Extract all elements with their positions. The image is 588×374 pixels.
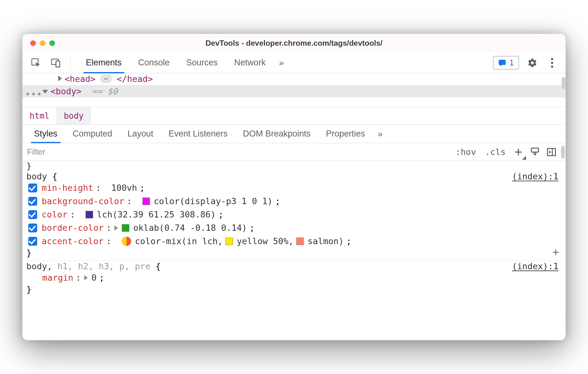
subtab-dom-breakpoints[interactable]: DOM Breakpoints bbox=[235, 125, 318, 143]
color-swatch-icon[interactable] bbox=[122, 224, 129, 232]
rule-brace-close: } bbox=[26, 161, 565, 171]
subtab-event-listeners[interactable]: Event Listeners bbox=[161, 125, 235, 143]
svg-rect-4 bbox=[499, 60, 506, 65]
close-window-button[interactable] bbox=[30, 40, 36, 46]
color-swatch-icon[interactable] bbox=[296, 237, 304, 245]
main-toolbar: Elements Console Sources Network » 1 bbox=[23, 52, 565, 73]
declaration-min-height[interactable]: min-height: 100vh; bbox=[26, 181, 565, 195]
dom-row-actions-icon[interactable]: ••• bbox=[25, 89, 43, 99]
cls-toggle-button[interactable]: .cls bbox=[481, 147, 510, 157]
dom-scrollbar[interactable] bbox=[562, 77, 565, 89]
tab-console[interactable]: Console bbox=[130, 52, 178, 73]
subtab-computed[interactable]: Computed bbox=[65, 125, 120, 143]
styles-panel-tabs: Styles Computed Layout Event Listeners D… bbox=[23, 125, 565, 143]
declaration-toggle-checkbox[interactable] bbox=[28, 184, 37, 192]
issues-counter-button[interactable]: 1 bbox=[493, 56, 519, 70]
color-mix-swatch-icon[interactable] bbox=[122, 237, 131, 246]
declaration-background-color[interactable]: background-color: color(display-p3 1 0 1… bbox=[26, 195, 565, 208]
declaration-toggle-checkbox[interactable] bbox=[28, 197, 37, 206]
declaration-toggle-checkbox[interactable] bbox=[28, 224, 37, 232]
subtab-properties[interactable]: Properties bbox=[318, 125, 373, 143]
minimize-window-button[interactable] bbox=[40, 40, 45, 46]
more-subtabs-button[interactable]: » bbox=[373, 125, 388, 143]
dom-breadcrumb: html body bbox=[23, 107, 565, 125]
dom-tree[interactable]: <head> ⋯ </head> ••• <body> == $0 bbox=[23, 73, 565, 107]
svg-rect-11 bbox=[548, 148, 556, 156]
paint-brush-icon[interactable] bbox=[528, 145, 542, 159]
style-rule-body: body { (index):1 min-height: 100vh; back… bbox=[26, 171, 565, 261]
panel-tabs: Elements Console Sources Network » bbox=[78, 52, 289, 73]
issues-count: 1 bbox=[509, 58, 514, 68]
declaration-accent-color[interactable]: accent-color: color-mix(in lch, yellow 5… bbox=[26, 235, 565, 248]
expand-shorthand-icon[interactable] bbox=[114, 225, 118, 230]
device-toolbar-icon[interactable] bbox=[49, 57, 62, 69]
rule-selector[interactable]: body { bbox=[26, 171, 58, 181]
expand-shorthand-icon[interactable] bbox=[84, 275, 88, 280]
rule-brace-close: } bbox=[26, 284, 565, 294]
more-tabs-button[interactable]: » bbox=[274, 52, 289, 73]
rule-source-link[interactable]: (index):1 bbox=[512, 171, 558, 181]
inspect-element-icon[interactable] bbox=[30, 57, 42, 69]
breadcrumb-html[interactable]: html bbox=[23, 107, 57, 124]
tab-network[interactable]: Network bbox=[226, 52, 274, 73]
tab-sources[interactable]: Sources bbox=[178, 52, 226, 73]
computed-sidebar-toggle-icon[interactable] bbox=[544, 145, 558, 159]
svg-rect-10 bbox=[531, 148, 539, 152]
devtools-window: DevTools - developer.chrome.com/tags/dev… bbox=[22, 34, 566, 340]
svg-point-6 bbox=[551, 62, 553, 64]
rule-brace-close: } bbox=[26, 248, 565, 258]
styles-filter-row: :hov .cls bbox=[23, 143, 565, 161]
hov-toggle-button[interactable]: :hov bbox=[451, 147, 481, 157]
color-swatch-icon[interactable] bbox=[85, 211, 93, 218]
zoom-window-button[interactable] bbox=[49, 40, 55, 46]
declaration-border-color[interactable]: border-color: oklab(0.74 -0.18 0.14); bbox=[26, 221, 565, 235]
window-title: DevTools - developer.chrome.com/tags/dev… bbox=[23, 39, 565, 48]
dom-node-body-selected[interactable]: <body> == $0 bbox=[23, 85, 565, 97]
rule-source-link[interactable]: (index):1 bbox=[512, 261, 558, 271]
svg-point-7 bbox=[551, 65, 553, 68]
color-swatch-icon[interactable] bbox=[142, 197, 150, 205]
window-titlebar: DevTools - developer.chrome.com/tags/dev… bbox=[23, 34, 565, 52]
settings-gear-icon[interactable] bbox=[526, 57, 539, 69]
insert-style-rule-button[interactable]: + bbox=[552, 246, 559, 259]
toolbar-divider bbox=[70, 56, 71, 70]
styles-scrollbar[interactable] bbox=[561, 146, 565, 158]
subtab-layout[interactable]: Layout bbox=[120, 125, 161, 143]
declaration-color[interactable]: color: lch(32.39 61.25 308.86); bbox=[26, 208, 565, 221]
styles-pane[interactable]: } body { (index):1 min-height: 100vh; ba… bbox=[23, 161, 565, 340]
svg-rect-2 bbox=[56, 61, 60, 67]
styles-filter-input[interactable] bbox=[23, 143, 451, 161]
breadcrumb-body[interactable]: body bbox=[57, 107, 91, 124]
svg-marker-13 bbox=[549, 150, 551, 154]
style-rule-body-group: body, h1, h2, h3, p, pre { (index):1 mar… bbox=[26, 261, 565, 297]
kebab-menu-icon[interactable] bbox=[546, 57, 558, 69]
color-swatch-icon[interactable] bbox=[225, 237, 233, 245]
new-style-rule-button[interactable] bbox=[511, 145, 525, 159]
subtab-styles[interactable]: Styles bbox=[26, 125, 65, 143]
tab-elements[interactable]: Elements bbox=[78, 52, 130, 73]
declaration-toggle-checkbox[interactable] bbox=[28, 237, 37, 246]
dom-node-head[interactable]: <head> ⋯ </head> bbox=[23, 73, 565, 85]
traffic-lights bbox=[30, 40, 55, 46]
declaration-toggle-checkbox[interactable] bbox=[28, 210, 37, 219]
rule-selector[interactable]: body, h1, h2, h3, p, pre { bbox=[26, 261, 161, 271]
svg-point-5 bbox=[551, 58, 553, 60]
declaration-margin[interactable]: margin: 0; bbox=[26, 271, 565, 284]
